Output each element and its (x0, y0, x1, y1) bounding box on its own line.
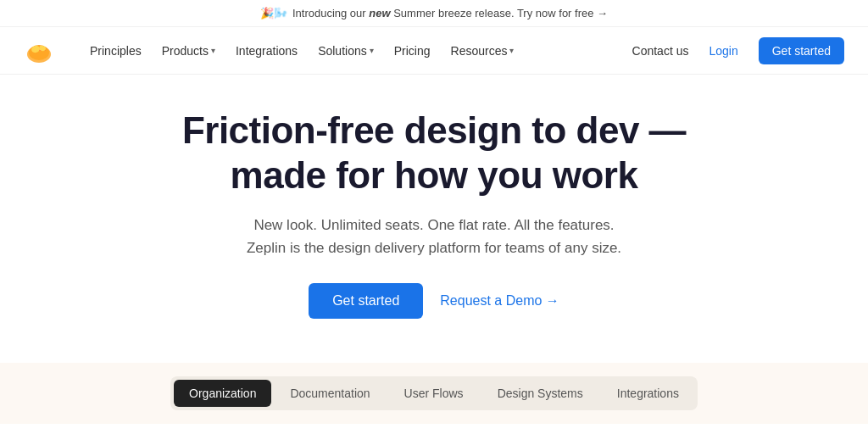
login-button[interactable]: Login (698, 39, 748, 63)
get-started-nav-button[interactable]: Get started (759, 37, 844, 64)
chevron-down-icon: ▾ (370, 46, 374, 55)
hero-subtitle: New look. Unlimited seats. One flat rate… (247, 214, 621, 259)
nav-item-integrations[interactable]: Integrations (227, 39, 306, 63)
nav-item-resources[interactable]: Resources ▾ (442, 39, 523, 63)
tab-documentation[interactable]: Documentation (275, 380, 385, 407)
tab-design-systems[interactable]: Design Systems (482, 380, 598, 407)
hero-buttons: Get started Request a Demo → (309, 283, 559, 319)
nav-item-products[interactable]: Products ▾ (153, 39, 224, 63)
hero-title: Friction-free design to dev —made for ho… (182, 108, 686, 198)
get-started-hero-button[interactable]: Get started (309, 283, 423, 319)
chevron-down-icon: ▾ (211, 46, 215, 55)
request-demo-link[interactable]: Request a Demo → (440, 293, 559, 309)
announcement-text: Introducing our new Summer breeze releas… (292, 7, 608, 19)
feature-tabs: Organization Documentation User Flows De… (170, 376, 698, 410)
announcement-bar: 🎉🌬️ Introducing our new Summer breeze re… (0, 0, 868, 27)
tab-user-flows[interactable]: User Flows (389, 380, 479, 407)
contact-link[interactable]: Contact us (632, 44, 689, 58)
tab-organization[interactable]: Organization (174, 380, 271, 407)
nav-actions: Contact us Login Get started (632, 37, 844, 64)
feature-section: Organization Documentation User Flows De… (0, 363, 868, 424)
nav-item-pricing[interactable]: Pricing (386, 39, 439, 63)
announcement-em: new (369, 7, 390, 19)
chevron-down-icon: ▾ (509, 46, 514, 55)
announcement-emoji: 🎉🌬️ (260, 7, 287, 19)
nav-item-solutions[interactable]: Solutions ▾ (309, 39, 382, 63)
logo[interactable] (24, 36, 54, 66)
navbar: Principles Products ▾ Integrations Solut… (0, 27, 868, 75)
tab-integrations[interactable]: Integrations (602, 380, 694, 407)
hero-section: Friction-free design to dev —made for ho… (0, 75, 868, 363)
nav-item-principles[interactable]: Principles (81, 39, 150, 63)
nav-links: Principles Products ▾ Integrations Solut… (81, 39, 632, 63)
